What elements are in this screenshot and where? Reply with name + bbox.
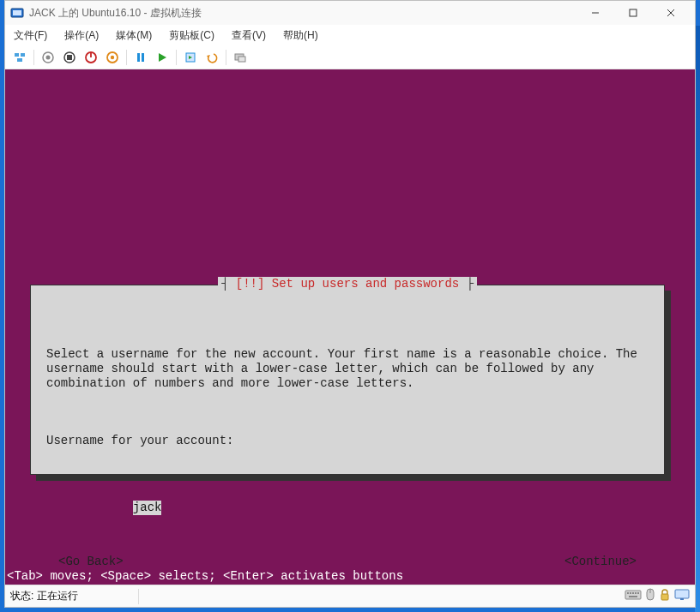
dialog-description: Select a username for the new account. Y… [46,347,649,391]
menu-clipboard[interactable]: 剪贴板(C) [166,27,218,45]
svg-rect-1 [13,10,21,15]
maximize-button[interactable] [614,2,652,24]
status-icons [625,588,690,604]
window-title: JACK 上的 Ubuntu16.10 - 虚拟机连接 [29,6,576,21]
menu-help[interactable]: 帮助(H) [280,27,322,45]
menu-file[interactable]: 文件(F) [10,27,51,45]
vm-window: JACK 上的 Ubuntu16.10 - 虚拟机连接 文件(F) 操作(A) … [4,0,696,608]
status-text: 状态: 正在运行 [10,589,78,603]
window-controls [576,2,690,24]
installer-dialog: [!!] Set up users and passwords Select a… [30,285,665,475]
display-icon [674,589,690,603]
toolbar [5,45,695,69]
keyboard-icon [625,589,642,603]
titlebar[interactable]: JACK 上的 Ubuntu16.10 - 虚拟机连接 [5,1,695,25]
username-prompt: Username for your account: [46,434,649,448]
checkpoint-button[interactable] [181,48,200,67]
revert-button[interactable] [202,48,221,67]
svg-marker-19 [159,53,166,62]
svg-rect-35 [675,590,689,598]
username-input[interactable]: jack [46,486,649,501]
toolbar-separator [33,50,34,65]
svg-rect-8 [17,58,22,62]
toolbar-separator [126,50,127,65]
toolbar-separator [226,50,226,65]
svg-rect-29 [635,592,637,594]
svg-rect-7 [21,53,25,57]
key-hints: <Tab> moves; <Space> selects; <Enter> ac… [7,569,403,583]
svg-rect-30 [637,592,639,594]
svg-rect-3 [630,9,637,16]
menu-view[interactable]: 查看(V) [228,27,269,45]
shutdown-button[interactable] [81,48,100,67]
menu-action[interactable]: 操作(A) [61,27,102,45]
svg-rect-17 [137,53,140,62]
guest-screen[interactable]: [!!] Set up users and passwords Select a… [5,69,695,585]
svg-rect-28 [632,592,634,594]
minimize-button[interactable] [576,2,614,24]
svg-rect-24 [238,57,245,62]
go-back-button[interactable]: <Go Back> [58,555,124,569]
svg-point-16 [111,55,114,58]
svg-rect-25 [625,591,641,599]
status-separator [138,589,139,604]
start-button[interactable] [153,48,172,67]
continue-button[interactable]: <Continue> [564,555,637,569]
toolbar-separator [176,50,177,65]
svg-rect-26 [627,592,629,594]
svg-rect-6 [15,53,19,57]
svg-rect-36 [680,598,684,600]
svg-rect-18 [142,53,144,62]
svg-rect-27 [630,592,631,594]
mouse-icon [645,588,655,604]
statusbar: 状态: 正在运行 [5,585,695,607]
username-value: jack [133,501,162,515]
ctrl-alt-del-button[interactable] [10,48,29,67]
enhanced-session-button[interactable] [231,48,250,67]
svg-marker-22 [207,55,210,58]
pause-button[interactable] [131,48,150,67]
save-state-button[interactable] [103,48,122,67]
menubar: 文件(F) 操作(A) 媒体(M) 剪贴板(C) 查看(V) 帮助(H) [5,25,695,45]
svg-rect-12 [67,55,72,60]
app-icon [10,6,24,20]
lock-icon [659,588,671,604]
svg-rect-34 [661,594,668,600]
dialog-title: [!!] Set up users and passwords [218,277,477,291]
turn-on-button[interactable] [39,48,57,67]
turn-off-button[interactable] [60,48,79,67]
svg-rect-31 [629,596,637,597]
close-button[interactable] [652,2,690,24]
menu-media[interactable]: 媒体(M) [112,27,155,45]
svg-point-10 [46,55,51,59]
